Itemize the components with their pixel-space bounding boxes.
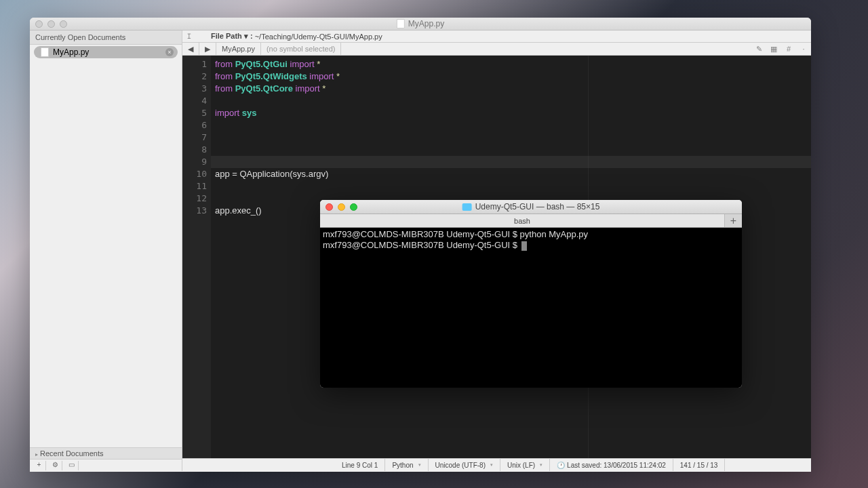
zoom-icon[interactable]: [350, 203, 357, 211]
hash-icon[interactable]: #: [781, 45, 796, 54]
sidebar-item-myapp[interactable]: MyApp.py ×: [34, 46, 178, 58]
status-saved: 🕐 Last saved: 13/06/2015 11:24:02: [550, 459, 673, 471]
terminal-traffic-lights: [326, 203, 357, 211]
split-icon[interactable]: ▦: [766, 45, 781, 54]
editor-titlebar[interactable]: MyApp.py: [30, 18, 811, 30]
pathbar[interactable]: 𝙸 File Path ▾ : ~/Teaching/Udemy-Qt5-GUI…: [182, 30, 811, 43]
navbar: ◀ ▶ MyApp.py (no symbol selected) ✎ ▦ # …: [182, 43, 811, 56]
nav-forward-button[interactable]: ▶: [199, 43, 216, 55]
minimize-icon[interactable]: [47, 20, 55, 28]
editor-traffic-lights: [35, 20, 67, 28]
nav-file[interactable]: MyApp.py: [216, 43, 261, 55]
sidebar-item-label: MyApp.py: [53, 47, 89, 57]
window-title-text: MyApp.py: [408, 19, 444, 28]
view-button[interactable]: ▭: [65, 461, 79, 470]
status-encoding[interactable]: Unicode (UTF-8): [429, 459, 500, 471]
sidebar-toolbar: + ⚙ ▭: [30, 459, 182, 471]
terminal-tab-bash[interactable]: bash: [320, 214, 724, 227]
pathbar-label: File Path ▾ :: [211, 32, 253, 41]
gear-icon[interactable]: ⚙: [49, 461, 62, 470]
folder-icon: [462, 203, 472, 211]
zoom-icon[interactable]: [60, 20, 67, 28]
status-position[interactable]: Line 9 Col 1: [335, 459, 385, 471]
close-icon[interactable]: ×: [165, 48, 174, 56]
terminal-title: Udemy-Qt5-GUI — bash — 85×15: [462, 202, 600, 211]
status-language[interactable]: Python: [385, 459, 428, 471]
line-gutter: 12345678910111213: [182, 56, 211, 458]
sidebar: Currently Open Documents MyApp.py × Rece…: [30, 30, 182, 471]
status-line-endings[interactable]: Unix (LF): [500, 459, 550, 471]
document-icon: [397, 19, 405, 28]
recent-docs-header[interactable]: Recent Documents: [30, 447, 182, 459]
terminal-tabbar: bash +: [320, 214, 742, 228]
nav-symbol[interactable]: (no symbol selected): [261, 43, 342, 55]
terminal-body[interactable]: mxf793@COLMDS-MIBR307B Udemy-Qt5-GUI $ p…: [320, 228, 742, 388]
nav-back-button[interactable]: ◀: [182, 43, 199, 55]
new-tab-button[interactable]: +: [724, 214, 742, 227]
edit-icon[interactable]: ✎: [751, 45, 766, 54]
minimize-icon[interactable]: [338, 203, 345, 211]
terminal-title-text: Udemy-Qt5-GUI — bash — 85×15: [475, 202, 600, 211]
open-docs-header: Currently Open Documents: [30, 30, 182, 45]
more-icon[interactable]: ·: [796, 45, 811, 54]
terminal-window: Udemy-Qt5-GUI — bash — 85×15 bash + mxf7…: [320, 200, 742, 388]
cursor-icon: 𝙸: [186, 32, 199, 41]
close-icon[interactable]: [35, 20, 43, 28]
current-line-highlight: [211, 156, 811, 168]
add-button[interactable]: +: [33, 461, 46, 470]
status-counts: 141 / 15 / 13: [673, 459, 726, 471]
pathbar-path: ~/Teaching/Udemy-Qt5-GUI/MyApp.py: [255, 33, 382, 41]
window-title: MyApp.py: [397, 19, 444, 28]
close-icon[interactable]: [326, 203, 333, 211]
terminal-titlebar[interactable]: Udemy-Qt5-GUI — bash — 85×15: [320, 200, 742, 214]
document-icon: [41, 47, 49, 57]
document-icon: [199, 32, 211, 41]
statusbar: Line 9 Col 1 Python Unicode (UTF-8) Unix…: [182, 458, 811, 471]
